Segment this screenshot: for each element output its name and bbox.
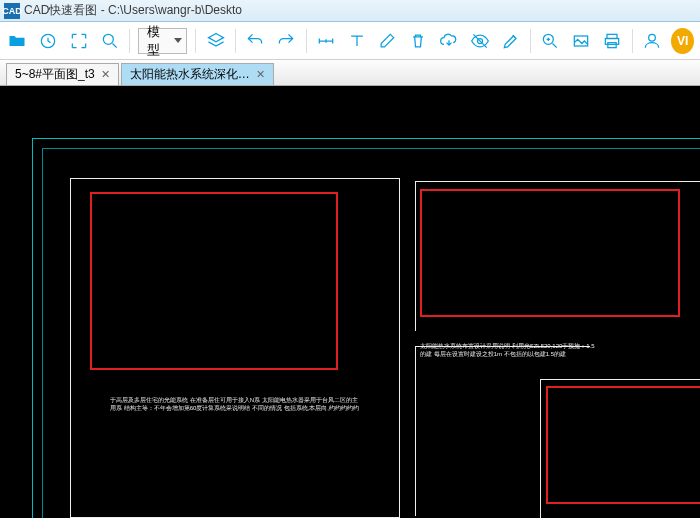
svg-point-1	[103, 34, 113, 44]
cad-red-marker	[420, 189, 680, 317]
open-file-icon[interactable]	[6, 28, 29, 54]
divider	[306, 29, 307, 53]
tab-label: 5~8#平面图_t3	[15, 66, 95, 83]
cad-annotation-text: 太阳能热水系统布置设计采用说明 利用光SZL520,120于预施：1.5的建 每…	[420, 342, 600, 359]
tab-label: 太阳能热水系统深化…	[130, 66, 250, 83]
layers-icon[interactable]	[204, 28, 227, 54]
divider	[195, 29, 196, 53]
toolbar: 模型 VI	[0, 22, 700, 60]
cad-annotation-text: 于高层及多层住宅的光能系统 在准备层住可用于接入N系 太阳能电热水器采用于台风二…	[110, 396, 360, 413]
document-tab[interactable]: 5~8#平面图_t3 ✕	[6, 63, 119, 85]
close-icon[interactable]: ✕	[256, 68, 265, 81]
tab-bar: 5~8#平面图_t3 ✕ 太阳能热水系统深化… ✕	[0, 60, 700, 86]
visibility-off-icon[interactable]	[469, 28, 492, 54]
print-icon[interactable]	[601, 28, 624, 54]
account-icon[interactable]	[640, 28, 663, 54]
measure-icon[interactable]	[314, 28, 337, 54]
divider	[129, 29, 130, 53]
app-icon: CAD	[4, 3, 20, 19]
model-select-label: 模型	[147, 23, 168, 59]
window-title: CAD快速看图 - C:\Users\wangr-b\Deskto	[24, 2, 242, 19]
redo-icon[interactable]	[275, 28, 298, 54]
titlebar: CAD CAD快速看图 - C:\Users\wangr-b\Deskto	[0, 0, 700, 22]
text-icon[interactable]	[345, 28, 368, 54]
export-image-icon[interactable]	[570, 28, 593, 54]
divider	[235, 29, 236, 53]
search-icon[interactable]	[98, 28, 121, 54]
model-space-select[interactable]: 模型	[138, 28, 187, 54]
highlight-icon[interactable]	[499, 28, 522, 54]
eraser-icon[interactable]	[376, 28, 399, 54]
history-icon[interactable]	[37, 28, 60, 54]
divider	[632, 29, 633, 53]
fullscreen-icon[interactable]	[68, 28, 91, 54]
document-tab[interactable]: 太阳能热水系统深化… ✕	[121, 63, 274, 85]
vip-badge[interactable]: VI	[671, 28, 694, 54]
drawing-canvas[interactable]: 于高层及多层住宅的光能系统 在准备层住可用于接入N系 太阳能电热水器采用于台风二…	[0, 86, 700, 518]
cad-red-marker	[90, 192, 338, 370]
divider	[530, 29, 531, 53]
delete-icon[interactable]	[407, 28, 430, 54]
find-text-icon[interactable]	[539, 28, 562, 54]
cad-red-marker	[546, 386, 700, 504]
chevron-down-icon	[174, 38, 182, 43]
svg-point-8	[649, 34, 656, 41]
undo-icon[interactable]	[244, 28, 267, 54]
cloud-download-icon[interactable]	[438, 28, 461, 54]
close-icon[interactable]: ✕	[101, 68, 110, 81]
svg-rect-7	[608, 42, 616, 47]
